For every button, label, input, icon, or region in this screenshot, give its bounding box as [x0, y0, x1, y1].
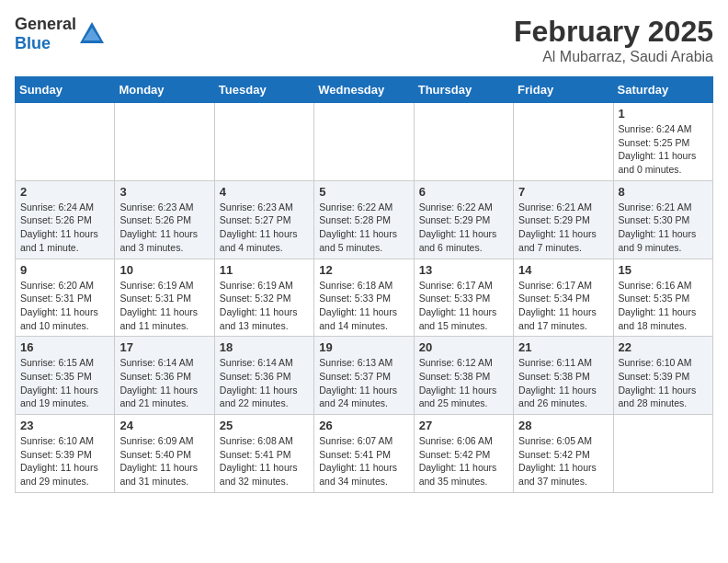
day-info: Sunrise: 6:14 AM Sunset: 5:36 PM Dayligh… — [220, 356, 309, 410]
calendar-table: SundayMondayTuesdayWednesdayThursdayFrid… — [15, 76, 713, 493]
calendar-cell: 8Sunrise: 6:21 AM Sunset: 5:30 PM Daylig… — [613, 180, 712, 259]
calendar-cell: 25Sunrise: 6:08 AM Sunset: 5:41 PM Dayli… — [214, 415, 313, 493]
calendar-cell: 12Sunrise: 6:18 AM Sunset: 5:33 PM Dayli… — [314, 259, 414, 337]
calendar-cell: 16Sunrise: 6:15 AM Sunset: 5:35 PM Dayli… — [16, 337, 115, 415]
title-block: February 2025 Al Mubarraz, Saudi Arabia — [514, 15, 713, 65]
day-number: 26 — [319, 419, 408, 432]
calendar-cell: 24Sunrise: 6:09 AM Sunset: 5:40 PM Dayli… — [115, 415, 214, 493]
day-number: 5 — [319, 185, 408, 199]
day-number: 24 — [119, 419, 209, 432]
calendar-cell — [115, 103, 214, 181]
calendar-week-5: 23Sunrise: 6:10 AM Sunset: 5:39 PM Dayli… — [16, 415, 713, 493]
col-header-sunday: Sunday — [16, 77, 115, 103]
day-number: 14 — [518, 263, 608, 277]
calendar-cell: 28Sunrise: 6:05 AM Sunset: 5:42 PM Dayli… — [514, 415, 613, 493]
calendar-cell: 1Sunrise: 6:24 AM Sunset: 5:25 PM Daylig… — [613, 103, 712, 181]
calendar-cell: 6Sunrise: 6:22 AM Sunset: 5:29 PM Daylig… — [414, 180, 513, 259]
calendar-cell: 22Sunrise: 6:10 AM Sunset: 5:39 PM Dayli… — [613, 337, 712, 415]
calendar-cell: 5Sunrise: 6:22 AM Sunset: 5:28 PM Daylig… — [314, 180, 414, 259]
day-number: 19 — [319, 340, 408, 354]
col-header-wednesday: Wednesday — [314, 77, 414, 103]
calendar-cell: 7Sunrise: 6:21 AM Sunset: 5:29 PM Daylig… — [514, 180, 613, 259]
calendar-cell — [214, 103, 313, 181]
calendar-cell — [16, 103, 115, 181]
calendar-cell: 14Sunrise: 6:17 AM Sunset: 5:34 PM Dayli… — [514, 259, 613, 337]
day-info: Sunrise: 6:20 AM Sunset: 5:31 PM Dayligh… — [20, 279, 109, 333]
calendar-cell — [514, 103, 613, 181]
calendar-cell: 19Sunrise: 6:13 AM Sunset: 5:37 PM Dayli… — [314, 337, 414, 415]
day-info: Sunrise: 6:06 AM Sunset: 5:42 PM Dayligh… — [419, 434, 508, 488]
day-number: 4 — [220, 185, 309, 199]
day-number: 28 — [518, 419, 608, 432]
col-header-friday: Friday — [514, 77, 613, 103]
day-info: Sunrise: 6:13 AM Sunset: 5:37 PM Dayligh… — [319, 356, 408, 410]
day-number: 27 — [419, 419, 508, 432]
day-info: Sunrise: 6:11 AM Sunset: 5:38 PM Dayligh… — [518, 356, 608, 410]
calendar-cell — [414, 103, 513, 181]
day-info: Sunrise: 6:15 AM Sunset: 5:35 PM Dayligh… — [20, 356, 109, 410]
page-header: General Blue February 2025 Al Mubarraz, … — [15, 15, 713, 65]
day-info: Sunrise: 6:05 AM Sunset: 5:42 PM Dayligh… — [518, 434, 608, 488]
day-number: 22 — [619, 340, 708, 354]
calendar-cell: 11Sunrise: 6:19 AM Sunset: 5:32 PM Dayli… — [214, 259, 313, 337]
col-header-monday: Monday — [115, 77, 214, 103]
calendar-cell: 15Sunrise: 6:16 AM Sunset: 5:35 PM Dayli… — [613, 259, 712, 337]
day-info: Sunrise: 6:21 AM Sunset: 5:29 PM Dayligh… — [518, 201, 608, 255]
logo-blue-text: Blue — [15, 34, 51, 52]
calendar-week-4: 16Sunrise: 6:15 AM Sunset: 5:35 PM Dayli… — [16, 337, 713, 415]
calendar-cell: 13Sunrise: 6:17 AM Sunset: 5:33 PM Dayli… — [414, 259, 513, 337]
calendar-cell: 26Sunrise: 6:07 AM Sunset: 5:41 PM Dayli… — [314, 415, 414, 493]
day-info: Sunrise: 6:16 AM Sunset: 5:35 PM Dayligh… — [619, 279, 708, 333]
day-number: 6 — [419, 185, 508, 199]
day-info: Sunrise: 6:17 AM Sunset: 5:33 PM Dayligh… — [419, 279, 508, 333]
calendar-cell: 21Sunrise: 6:11 AM Sunset: 5:38 PM Dayli… — [514, 337, 613, 415]
day-info: Sunrise: 6:08 AM Sunset: 5:41 PM Dayligh… — [220, 434, 309, 488]
calendar-cell: 18Sunrise: 6:14 AM Sunset: 5:36 PM Dayli… — [214, 337, 313, 415]
day-info: Sunrise: 6:17 AM Sunset: 5:34 PM Dayligh… — [518, 279, 608, 333]
day-info: Sunrise: 6:09 AM Sunset: 5:40 PM Dayligh… — [119, 434, 209, 488]
calendar-cell — [613, 415, 712, 493]
day-number: 17 — [119, 340, 209, 354]
calendar-cell: 27Sunrise: 6:06 AM Sunset: 5:42 PM Dayli… — [414, 415, 513, 493]
day-number: 8 — [619, 185, 708, 199]
col-header-thursday: Thursday — [414, 77, 513, 103]
calendar-cell: 10Sunrise: 6:19 AM Sunset: 5:31 PM Dayli… — [115, 259, 214, 337]
day-number: 3 — [119, 185, 209, 199]
day-info: Sunrise: 6:24 AM Sunset: 5:26 PM Dayligh… — [20, 201, 109, 255]
day-info: Sunrise: 6:19 AM Sunset: 5:31 PM Dayligh… — [119, 279, 209, 333]
logo-general-text: General — [15, 15, 76, 33]
day-number: 2 — [20, 185, 109, 199]
day-info: Sunrise: 6:14 AM Sunset: 5:36 PM Dayligh… — [119, 356, 209, 410]
calendar-cell: 4Sunrise: 6:23 AM Sunset: 5:27 PM Daylig… — [214, 180, 313, 259]
calendar-cell — [314, 103, 414, 181]
calendar-header-row: SundayMondayTuesdayWednesdayThursdayFrid… — [16, 77, 713, 103]
calendar-week-2: 2Sunrise: 6:24 AM Sunset: 5:26 PM Daylig… — [16, 180, 713, 259]
day-number: 11 — [220, 263, 309, 277]
day-number: 1 — [619, 107, 708, 121]
location-title: Al Mubarraz, Saudi Arabia — [514, 49, 713, 65]
day-info: Sunrise: 6:07 AM Sunset: 5:41 PM Dayligh… — [319, 434, 408, 488]
day-info: Sunrise: 6:12 AM Sunset: 5:38 PM Dayligh… — [419, 356, 508, 410]
calendar-cell: 9Sunrise: 6:20 AM Sunset: 5:31 PM Daylig… — [16, 259, 115, 337]
day-number: 7 — [518, 185, 608, 199]
day-info: Sunrise: 6:10 AM Sunset: 5:39 PM Dayligh… — [619, 356, 708, 410]
day-info: Sunrise: 6:21 AM Sunset: 5:30 PM Dayligh… — [619, 201, 708, 255]
col-header-saturday: Saturday — [613, 77, 712, 103]
day-number: 20 — [419, 340, 508, 354]
day-info: Sunrise: 6:24 AM Sunset: 5:25 PM Dayligh… — [619, 122, 708, 177]
calendar-week-1: 1Sunrise: 6:24 AM Sunset: 5:25 PM Daylig… — [16, 103, 713, 181]
day-number: 23 — [20, 419, 109, 432]
logo: General Blue — [15, 15, 106, 53]
day-info: Sunrise: 6:23 AM Sunset: 5:26 PM Dayligh… — [119, 201, 209, 255]
col-header-tuesday: Tuesday — [214, 77, 313, 103]
calendar-cell: 2Sunrise: 6:24 AM Sunset: 5:26 PM Daylig… — [16, 180, 115, 259]
calendar-cell: 20Sunrise: 6:12 AM Sunset: 5:38 PM Dayli… — [414, 337, 513, 415]
day-info: Sunrise: 6:18 AM Sunset: 5:33 PM Dayligh… — [319, 279, 408, 333]
calendar-cell: 17Sunrise: 6:14 AM Sunset: 5:36 PM Dayli… — [115, 337, 214, 415]
day-number: 9 — [20, 263, 109, 277]
day-number: 25 — [220, 419, 309, 432]
day-number: 16 — [20, 340, 109, 354]
day-number: 13 — [419, 263, 508, 277]
day-info: Sunrise: 6:22 AM Sunset: 5:28 PM Dayligh… — [319, 201, 408, 255]
day-number: 10 — [119, 263, 209, 277]
